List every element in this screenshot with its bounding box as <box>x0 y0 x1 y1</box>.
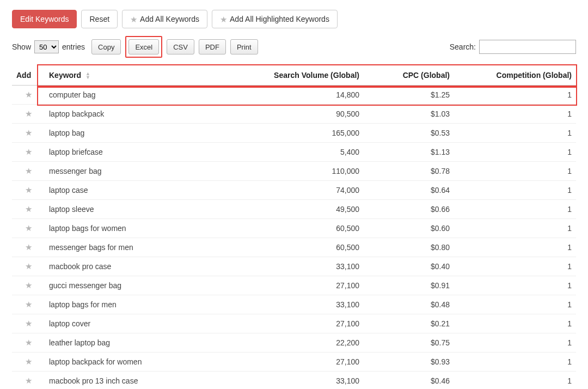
col-header-keyword[interactable]: Keyword ▲▼ <box>45 65 255 86</box>
cell-keyword: leather laptop bag <box>45 333 255 352</box>
reset-button[interactable]: Reset <box>81 10 118 28</box>
table-row: ★laptop cover27,100$0.211 <box>12 314 576 333</box>
table-row: ★gucci messenger bag27,100$0.911 <box>12 276 576 295</box>
cell-cpc: $0.91 <box>364 276 467 295</box>
add-all-highlighted-button[interactable]: ★ Add All Highlighted Keywords <box>212 10 338 28</box>
show-entries-control: Show 50 entries <box>12 40 85 53</box>
cell-keyword: messenger bag <box>45 162 255 181</box>
table-row: ★laptop case74,000$0.641 <box>12 181 576 200</box>
cell-search-volume: 14,800 <box>255 86 364 105</box>
cell-search-volume: 110,000 <box>255 162 364 181</box>
entries-select[interactable]: 50 <box>34 40 59 53</box>
add-star-button[interactable]: ★ <box>12 86 45 105</box>
cell-cpc: $1.03 <box>364 105 467 124</box>
cell-competition: 1 <box>467 105 576 124</box>
cell-keyword: laptop sleeve <box>45 200 255 219</box>
cell-competition: 1 <box>467 143 576 162</box>
edit-keywords-button[interactable]: Edit Keywords <box>12 10 77 28</box>
add-star-button[interactable]: ★ <box>12 276 45 295</box>
add-star-button[interactable]: ★ <box>12 219 45 238</box>
cell-search-volume: 22,200 <box>255 333 364 352</box>
cell-search-volume: 5,400 <box>255 143 364 162</box>
table-row: ★messenger bag110,000$0.781 <box>12 162 576 181</box>
cell-competition: 1 <box>467 257 576 276</box>
cell-cpc: $1.25 <box>364 86 467 105</box>
cell-keyword: gucci messenger bag <box>45 276 255 295</box>
cell-competition: 1 <box>467 238 576 257</box>
print-button[interactable]: Print <box>230 39 258 54</box>
add-star-button[interactable]: ★ <box>12 314 45 333</box>
search-control: Search: <box>450 40 576 54</box>
copy-button[interactable]: Copy <box>91 39 121 54</box>
cell-keyword: laptop cover <box>45 314 255 333</box>
cell-cpc: $0.75 <box>364 333 467 352</box>
cell-keyword: computer bag <box>45 86 255 105</box>
add-all-highlighted-label: Add All Highlighted Keywords <box>230 15 329 23</box>
cell-cpc: $0.21 <box>364 314 467 333</box>
cell-keyword: laptop bag <box>45 124 255 143</box>
table-row: ★laptop sleeve49,500$0.661 <box>12 200 576 219</box>
cell-search-volume: 33,100 <box>255 372 364 389</box>
add-all-keywords-button[interactable]: ★ Add All Keywords <box>122 10 207 28</box>
cell-cpc: $1.13 <box>364 143 467 162</box>
cell-keyword: laptop backpack <box>45 105 255 124</box>
add-star-button[interactable]: ★ <box>12 143 45 162</box>
add-star-button[interactable]: ★ <box>12 257 45 276</box>
add-all-keywords-label: Add All Keywords <box>140 15 199 23</box>
add-star-button[interactable]: ★ <box>12 162 45 181</box>
cell-competition: 1 <box>467 352 576 372</box>
table-controls-row: Show 50 entries Copy Excel CSV PDF Print… <box>12 36 576 58</box>
add-star-button[interactable]: ★ <box>12 352 45 372</box>
cell-competition: 1 <box>467 162 576 181</box>
cell-search-volume: 74,000 <box>255 181 364 200</box>
table-wrap: Add Keyword ▲▼ Search Volume (Global) CP… <box>12 65 576 389</box>
search-input[interactable] <box>479 40 576 54</box>
add-star-button[interactable]: ★ <box>12 200 45 219</box>
top-button-row: Edit Keywords Reset ★ Add All Keywords ★… <box>12 10 576 28</box>
cell-competition: 1 <box>467 276 576 295</box>
cell-keyword: laptop case <box>45 181 255 200</box>
cell-cpc: $0.64 <box>364 181 467 200</box>
table-row: ★laptop backpack for women27,100$0.931 <box>12 352 576 372</box>
cell-cpc: $0.48 <box>364 295 467 314</box>
cell-keyword: laptop bags for women <box>45 219 255 238</box>
cell-competition: 1 <box>467 372 576 389</box>
excel-highlight-box: Excel <box>125 36 162 58</box>
col-header-search-volume[interactable]: Search Volume (Global) <box>255 65 364 86</box>
cell-cpc: $0.66 <box>364 200 467 219</box>
add-star-button[interactable]: ★ <box>12 372 45 389</box>
pdf-button[interactable]: PDF <box>199 39 226 54</box>
cell-cpc: $0.78 <box>364 162 467 181</box>
excel-button[interactable]: Excel <box>128 39 159 54</box>
add-star-button[interactable]: ★ <box>12 295 45 314</box>
table-row: ★macbook pro case33,100$0.401 <box>12 257 576 276</box>
cell-competition: 1 <box>467 314 576 333</box>
csv-button[interactable]: CSV <box>167 39 194 54</box>
table-row: ★laptop bags for women60,500$0.601 <box>12 219 576 238</box>
cell-search-volume: 33,100 <box>255 257 364 276</box>
cell-keyword: macbook pro 13 inch case <box>45 372 255 389</box>
cell-competition: 1 <box>467 86 576 105</box>
cell-search-volume: 27,100 <box>255 314 364 333</box>
cell-competition: 1 <box>467 295 576 314</box>
cell-search-volume: 165,000 <box>255 124 364 143</box>
col-header-add[interactable]: Add <box>12 65 45 86</box>
table-row: ★macbook pro 13 inch case33,100$0.461 <box>12 372 576 389</box>
cell-cpc: $0.93 <box>364 352 467 372</box>
star-icon: ★ <box>130 15 137 23</box>
cell-cpc: $0.80 <box>364 238 467 257</box>
cell-competition: 1 <box>467 200 576 219</box>
add-star-button[interactable]: ★ <box>12 238 45 257</box>
cell-competition: 1 <box>467 333 576 352</box>
add-star-button[interactable]: ★ <box>12 181 45 200</box>
col-header-competition[interactable]: Competition (Global) <box>467 65 576 86</box>
add-star-button[interactable]: ★ <box>12 105 45 124</box>
cell-keyword: laptop briefcase <box>45 143 255 162</box>
entries-label: entries <box>62 42 85 51</box>
col-header-cpc[interactable]: CPC (Global) <box>364 65 467 86</box>
add-star-button[interactable]: ★ <box>12 333 45 352</box>
table-row: ★laptop briefcase5,400$1.131 <box>12 143 576 162</box>
add-star-button[interactable]: ★ <box>12 124 45 143</box>
cell-search-volume: 60,500 <box>255 238 364 257</box>
star-icon: ★ <box>220 15 227 23</box>
